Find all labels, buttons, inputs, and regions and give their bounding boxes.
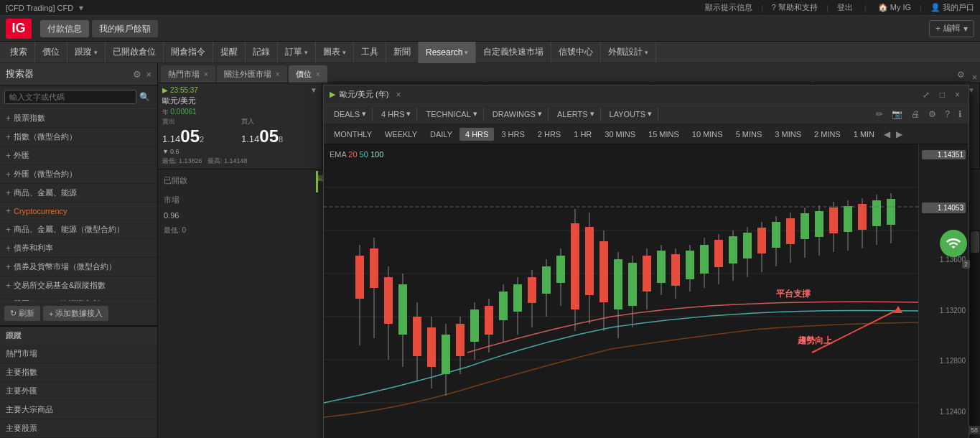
tracking-item-major-stocks[interactable]: 主要股票 (0, 419, 157, 438)
scroll-thumb[interactable] (971, 231, 979, 253)
drawings-button[interactable]: DRAWINGS ▾ (487, 107, 549, 121)
tf-30mins[interactable]: 30 MINS (599, 128, 641, 141)
add-button[interactable]: + 編輯 ▾ (929, 20, 974, 37)
nav-news[interactable]: 新聞 (386, 42, 419, 63)
alerts-button[interactable]: ALERTS ▾ (551, 107, 601, 121)
account-balance-button[interactable]: 我的帳戶餘額 (92, 20, 158, 37)
sidebar-item-bonds[interactable]: + 債券和利率 (0, 239, 157, 258)
add-data-button[interactable]: + 添加數據接入 (43, 306, 108, 321)
sidebar-item-forex[interactable]: + 外匯 (0, 146, 157, 165)
nav-track[interactable]: 跟蹤▾ (67, 42, 106, 63)
tf-5mins[interactable]: 5 MINS (730, 128, 768, 141)
sidebar-item-stock-index[interactable]: + 股票指數 (0, 109, 157, 128)
nav-price[interactable]: 價位 (35, 42, 67, 63)
nav-alerts[interactable]: 提醒 (213, 42, 246, 63)
wifi-icon (946, 236, 961, 251)
nav-search[interactable]: 搜索 (3, 42, 35, 63)
sidebar-item-forex-micro[interactable]: + 外匯（微型合約） (0, 165, 157, 184)
nav-open-positions[interactable]: 已開啟倉位 (106, 42, 164, 63)
tab-hot-markets[interactable]: 熱門市場 × (161, 65, 215, 83)
tf-monthly[interactable]: MONTHLY (328, 128, 378, 141)
tracking-item-major-forex[interactable]: 主要外匯 (0, 382, 157, 401)
search-input[interactable] (4, 90, 136, 104)
tf-2mins[interactable]: 2 MINS (808, 128, 846, 141)
tf-daily[interactable]: DAILY (424, 128, 458, 141)
chart-gear-icon[interactable]: ⚙ (926, 107, 938, 121)
tf-10mins[interactable]: 10 MINS (686, 128, 729, 141)
tf-3mins[interactable]: 3 MINS (769, 128, 807, 141)
svg-rect-33 (542, 266, 551, 294)
tab-price[interactable]: 價位 × (289, 65, 327, 83)
nav-charts[interactable]: 圖表▾ (316, 42, 354, 63)
tab-close-all-icon[interactable]: × (972, 73, 977, 83)
tf-1hr[interactable]: 1 HR (568, 128, 597, 141)
eurusd-expand[interactable]: ▼ (310, 86, 317, 94)
4hrs-button[interactable]: 4 HRS ▾ (375, 107, 417, 121)
nav-custom-market[interactable]: 自定義快速市場 (476, 42, 551, 63)
show-info-link[interactable]: 顯示提示信息 (705, 2, 752, 13)
nav-appearance[interactable]: 外觀設計▾ (601, 42, 656, 63)
chart-close-icon[interactable]: × (955, 90, 960, 100)
tab-watched-forex[interactable]: 關注外匯市場 × (217, 65, 287, 83)
nav-records[interactable]: 記錄 (246, 42, 278, 63)
chart-info-icon[interactable]: ℹ (956, 107, 964, 121)
deposit-button[interactable]: 付款信息 (40, 20, 89, 37)
sidebar-item-commodities[interactable]: + 商品、金屬、能源 (0, 184, 157, 202)
tf-1min[interactable]: 1 MIN (848, 128, 880, 141)
svg-marker-83 (894, 306, 902, 313)
chart-title-close[interactable]: × (396, 90, 401, 100)
chart-help-icon[interactable]: ? (943, 107, 952, 121)
nav-signal-center[interactable]: 信號中心 (551, 42, 601, 63)
nav-open-orders[interactable]: 開倉指令 (164, 42, 213, 63)
eurusd-buy-value[interactable]: 1.14058 (241, 126, 317, 146)
tf-4hrs[interactable]: 4 HRS (459, 128, 494, 141)
sidebar-item-index-micro[interactable]: + 指數（微型合約） (0, 128, 157, 146)
price-label-current: 1.14053 (922, 202, 966, 213)
sidebar-bottom: 跟蹤 熱門市場 主要指數 主要外匯 主要大宗商品 主要股票 (0, 325, 157, 438)
sidebar-item-commodities-micro[interactable]: + 商品、金屬、能源（微型合約） (0, 220, 157, 239)
nav-tools[interactable]: 工具 (354, 42, 386, 63)
chart-print-icon[interactable]: 🖨 (909, 107, 922, 121)
nav-research[interactable]: Research▾ (419, 42, 476, 63)
chart-area[interactable]: EMA 20 50 100 (324, 144, 969, 438)
dropdown-icon[interactable]: ▾ (79, 3, 83, 13)
sidebar-item-crypto[interactable]: + Cryptocurrency (0, 202, 157, 220)
deals-button[interactable]: DEALS ▾ (328, 107, 373, 121)
tab-close-hot[interactable]: × (204, 70, 208, 78)
search-icon[interactable]: 🔍 (136, 90, 153, 103)
svg-rect-7 (355, 256, 364, 299)
sidebar-item-etf[interactable]: + 交易所交易基金&跟蹤指數 (0, 276, 157, 295)
expand-icon: + (6, 243, 11, 253)
tf-15mins[interactable]: 15 MINS (643, 128, 685, 141)
tf-next-icon[interactable]: ▶ (894, 127, 905, 141)
tab-close-price[interactable]: × (316, 70, 320, 78)
expand-icon: + (6, 151, 11, 161)
tracking-item-hot-markets[interactable]: 熱門市場 (0, 345, 157, 363)
chart-restore-icon[interactable]: □ (940, 90, 945, 100)
tracking-item-major-commodities[interactable]: 主要大宗商品 (0, 401, 157, 419)
help-support-link[interactable]: ? 幫助和支持 (772, 2, 818, 13)
tf-prev-icon[interactable]: ◀ (882, 127, 892, 141)
my-ig-link[interactable]: 🏠 My IG (878, 3, 911, 12)
tab-close-forex[interactable]: × (276, 70, 280, 78)
eurusd-sell-value[interactable]: 1.14052 (162, 126, 238, 146)
chart-maximize-icon[interactable]: ⤢ (923, 90, 930, 100)
nav-orders[interactable]: 訂單▾ (278, 42, 316, 63)
chart-pencil-icon[interactable]: ✏ (874, 107, 885, 121)
sidebar-gear-icon[interactable]: ⚙ (133, 69, 141, 80)
refresh-button[interactable]: ↻ 刷新 (4, 306, 40, 321)
tab-settings-icon[interactable]: ⚙ (954, 67, 968, 83)
tf-2hrs[interactable]: 2 HRS (532, 128, 566, 141)
logout-link[interactable]: 登出 (837, 2, 853, 13)
chart-camera-icon[interactable]: 📷 (890, 107, 905, 121)
tf-3hrs[interactable]: 3 HRS (495, 128, 530, 141)
technical-button[interactable]: TECHNICAL ▾ (420, 107, 483, 121)
layouts-button[interactable]: LAYOUTS ▾ (604, 107, 659, 121)
sidebar-item-bonds-micro[interactable]: + 債券及貨幣市場（微型合約） (0, 258, 157, 276)
my-account-link[interactable]: 👤 我的戶口 (930, 2, 974, 13)
sidebar-item-asx[interactable]: + 股票 - ASX（澳洲證交所） (0, 295, 157, 301)
sidebar-close-icon[interactable]: × (146, 69, 151, 80)
tf-weekly[interactable]: WEEKLY (379, 128, 423, 141)
tracking-item-major-indices[interactable]: 主要指數 (0, 363, 157, 382)
chart-right-tools: ✏ 📷 🖨 ⚙ ? ℹ (874, 107, 964, 121)
